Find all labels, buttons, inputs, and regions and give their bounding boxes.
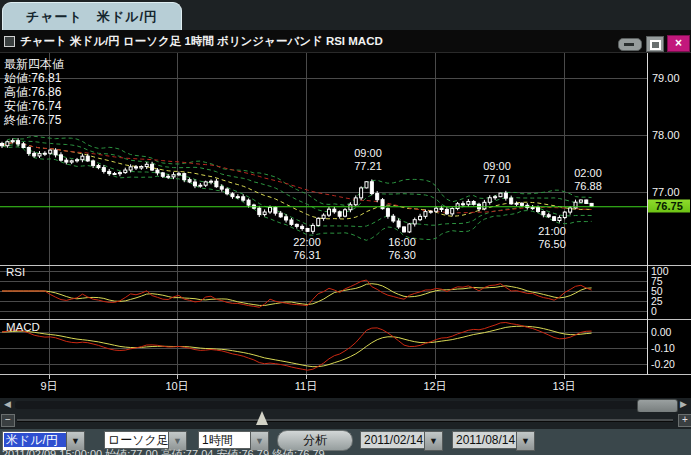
annotation-time: 21:00 [538,225,566,238]
window-menu-icon[interactable] [4,36,15,47]
date-tick-label: 13日 [552,379,575,394]
price-tick-label: 78.00 [652,129,680,141]
annotation-time: 09:00 [354,147,382,160]
annotation-price: 76.30 [388,249,416,262]
quote-line: 終値:76.75 [4,113,64,127]
annotation-price: 76.50 [538,238,566,251]
annotation-time: 09:00 [483,160,511,173]
macd-panel-label: MACD [6,321,40,333]
annotation-price: 76.31 [293,249,321,262]
scroll-left-button[interactable]: ◀ [1,398,14,411]
title-bar: チャート 米ドル/円 ローソク足 1時間 ボリンジャーバンド RSI MACD … [0,30,691,53]
minimize-button[interactable] [618,38,642,51]
zoom-out-button[interactable]: − [1,414,15,427]
chart-annotation: 09:0077.21 [354,147,382,172]
minimize-icon [624,43,634,46]
zoom-slider-row: − + [0,412,691,429]
chart-annotation: 22:0076.31 [293,236,321,261]
current-price-label: 76.75 [648,200,690,213]
tab-bar: チャート 米ドル/円 [0,0,691,30]
chart-annotation: 02:0076.88 [574,167,602,192]
tab-chart-usdjpy[interactable]: チャート 米ドル/円 [2,2,182,31]
tab-label: チャート 米ドル/円 [26,8,158,26]
price-tick-label: 79.00 [652,72,680,84]
annotation-price: 77.01 [483,173,511,186]
annotation-price: 76.88 [574,180,602,193]
scroll-right-button[interactable]: ▶ [677,398,690,411]
date-tick-label: 10日 [165,379,188,394]
date-tick-label: 11日 [295,379,317,394]
status-bar: 2011/02/09 15:00:00 始値:77.00 高値:77.04 安値… [2,447,691,455]
macd-tick-label: -0.10 [651,342,675,354]
annotation-time: 16:00 [388,236,416,249]
annotation-time: 02:00 [574,167,602,180]
quote-line: 最新四本値 [4,57,64,71]
rsi-tick-label: 0 [651,305,657,317]
scrollbar-thumb[interactable] [637,399,678,413]
quote-line: 高値:76.86 [4,85,64,99]
annotation-time: 22:00 [293,236,321,249]
date-tick-label: 9日 [40,379,57,394]
annotation-price: 77.21 [354,160,382,173]
zoom-in-button[interactable]: + [678,414,691,427]
quote-panel: 最新四本値始値:76.81高値:76.86安値:76.74終値:76.75 [4,57,64,127]
zoom-slider-thumb[interactable] [256,411,268,425]
chart-annotation: 09:0077.01 [483,160,511,185]
close-button[interactable]: × [667,35,690,52]
quote-line: 始値:76.81 [4,71,64,85]
macd-tick-label: 0.00 [651,326,671,338]
window-title: チャート 米ドル/円 ローソク足 1時間 ボリンジャーバンド RSI MACD [20,34,383,49]
price-chart-canvas[interactable] [0,0,691,398]
maximize-icon [650,40,661,50]
maximize-button[interactable] [646,36,664,52]
chart-annotation: 16:0076.30 [388,236,416,261]
currency-pair-value: 米ドル/円 [4,433,66,447]
price-tick-label: 77.00 [652,186,680,198]
date-tick-label: 12日 [423,379,446,394]
rsi-panel-label: RSI [6,266,25,278]
macd-tick-label: -0.20 [651,358,675,370]
scrollbar-track[interactable] [15,401,675,409]
zoom-slider-track[interactable] [17,419,673,422]
quote-line: 安値:76.74 [4,99,64,113]
horizontal-scrollbar: ◀ ▶ [0,398,691,412]
chart-window: チャート 米ドル/円 チャート 米ドル/円 ローソク足 1時間 ボリンジャーバン… [0,0,691,455]
chart-annotation: 21:0076.50 [538,225,566,250]
